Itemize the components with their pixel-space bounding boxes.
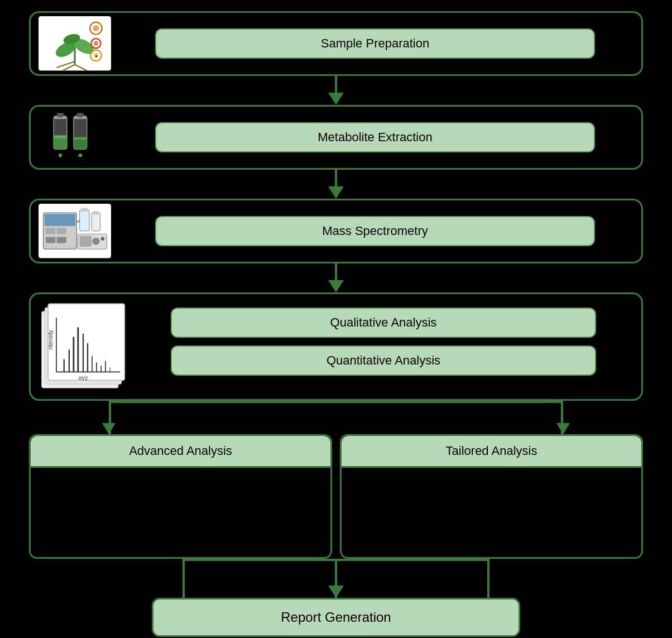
split-box-advanced: Advanced Analysis: [29, 434, 332, 559]
svg-marker-20: [57, 113, 64, 118]
step-content-3: Mass Spectrometry: [117, 216, 633, 246]
arrow-1: [328, 76, 344, 105]
svg-rect-32: [57, 228, 66, 234]
arrow-line: [335, 76, 337, 93]
arrow-line: [335, 263, 337, 280]
svg-point-9: [93, 26, 99, 32]
svg-text:ntensity: ntensity: [47, 329, 54, 349]
svg-point-26: [59, 153, 63, 157]
svg-rect-35: [80, 210, 89, 231]
svg-text:m/z: m/z: [79, 376, 88, 382]
arrow-head: [328, 93, 344, 105]
svg-point-41: [92, 238, 99, 245]
step-label-mass-spectrometry: Mass Spectrometry: [155, 216, 594, 246]
tubes-image: [39, 112, 111, 162]
svg-text:✦: ✦: [94, 54, 99, 59]
step-label-sample-preparation: Sample Preparation: [155, 28, 594, 59]
step-content: Sample Preparation: [117, 28, 633, 59]
split-header-advanced: Advanced Analysis: [31, 436, 330, 468]
step-metabolite-extraction: Metabolite Extraction: [29, 105, 643, 170]
step-sample-preparation: ✦ Sample Preparation: [29, 11, 643, 76]
arrow-head: [328, 186, 344, 199]
svg-rect-45: [48, 304, 124, 380]
svg-marker-25: [76, 113, 84, 118]
arrow-head: [328, 280, 344, 292]
svg-rect-23: [74, 137, 87, 140]
report-box: Report Generation: [152, 598, 520, 637]
step-content-2: Metabolite Extraction: [117, 122, 633, 152]
svg-point-42: [101, 237, 105, 241]
machine-image: [39, 206, 111, 256]
plant-image: ✦: [39, 18, 111, 69]
svg-rect-31: [46, 228, 55, 234]
split-header-tailored: Tailored Analysis: [342, 436, 641, 468]
split-body-tailored: [342, 468, 641, 557]
spectra-image: ntensity m/z: [39, 302, 128, 391]
step-content-double: Qualitative Analysis Quantitative Analys…: [133, 302, 633, 381]
step-analysis-combined: ntensity m/z Qualitative Analysis Quanti…: [29, 292, 643, 401]
step-label-qualitative: Qualitative Analysis: [171, 308, 596, 338]
step-mass-spectrometry: Mass Spectrometry: [29, 199, 643, 263]
split-row: Advanced Analysis Tailored Analysis: [29, 434, 643, 559]
step-label-quantitative: Quantitative Analysis: [171, 346, 596, 376]
arrow-line: [335, 170, 337, 186]
svg-rect-37: [92, 213, 100, 232]
svg-rect-40: [80, 236, 92, 247]
flowchart: ✦ Sample Preparation: [29, 11, 643, 637]
split-body-advanced: [31, 468, 330, 557]
step-label-metabolite-extraction: Metabolite Extraction: [155, 122, 594, 152]
svg-rect-38: [93, 211, 99, 215]
svg-rect-30: [45, 214, 75, 227]
svg-point-27: [79, 153, 83, 157]
split-connector: [29, 401, 643, 434]
arrow-2: [328, 170, 344, 199]
svg-rect-34: [57, 237, 66, 243]
svg-rect-33: [46, 237, 55, 243]
bottom-connector: [29, 559, 643, 598]
svg-rect-36: [81, 208, 88, 212]
svg-point-11: [94, 41, 99, 46]
report-label: Report Generation: [281, 610, 391, 625]
split-box-tailored: Tailored Analysis: [340, 434, 643, 559]
arrow-3: [328, 263, 344, 292]
svg-rect-18: [54, 136, 67, 138]
